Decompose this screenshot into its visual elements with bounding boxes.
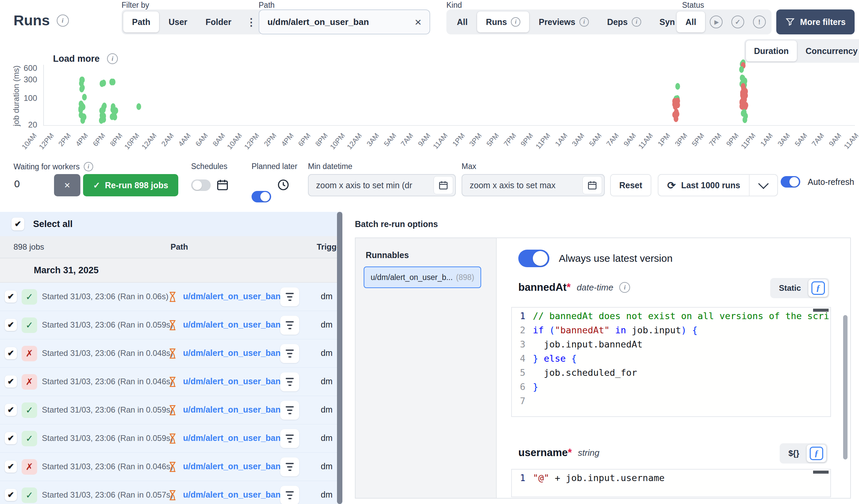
- job-row[interactable]: ✓ Started 31/03, 23:06 (Ran in 0.059s) u…: [0, 396, 342, 424]
- x-tick: 7PM: [502, 131, 518, 148]
- job-row[interactable]: ✗ Started 31/03, 23:06 (Ran in 0.048s) u…: [0, 340, 342, 368]
- planned-later-toggle[interactable]: [252, 191, 271, 202]
- job-path-link[interactable]: u/dm/alert_on_user_ban: [183, 320, 281, 330]
- row-checkbox[interactable]: [5, 347, 17, 359]
- filter-by-folder[interactable]: Folder: [197, 12, 240, 32]
- scatter-point-success: [80, 113, 85, 120]
- kind-label: Kind: [447, 1, 462, 10]
- reset-button[interactable]: Reset: [610, 174, 651, 196]
- job-path-link[interactable]: u/dm/alert_on_user_ban: [183, 461, 281, 471]
- row-checkbox[interactable]: [5, 432, 17, 444]
- job-path-link[interactable]: u/dm/alert_on_user_ban: [183, 433, 281, 443]
- function-mode-option[interactable]: [808, 279, 828, 297]
- scatter-point-success: [742, 85, 747, 92]
- job-row[interactable]: ✓ Started 31/03, 23:06 (Ran in 0.06s) u/…: [0, 283, 342, 311]
- x-tick: 7AM: [810, 131, 826, 148]
- filter-path-button[interactable]: [280, 373, 299, 391]
- job-row[interactable]: ✓ Started 31/03, 23:06 (Ran in 0.057s) u…: [0, 481, 342, 504]
- field-type: string: [578, 448, 600, 458]
- min-datetime-field[interactable]: zoom x axis to set min (dr: [308, 174, 456, 196]
- min-calendar-button[interactable]: [434, 176, 453, 194]
- max-calendar-button[interactable]: [583, 176, 602, 194]
- tab-duration[interactable]: Duration: [746, 41, 797, 61]
- max-datetime-field[interactable]: zoom x axis to set max: [462, 174, 605, 196]
- scatter-point-success: [739, 81, 744, 88]
- more-filters-button[interactable]: More filters: [776, 10, 855, 34]
- triggered-by: dm: [321, 292, 333, 301]
- status-tab-failure[interactable]: [749, 12, 770, 32]
- hourglass-icon: [168, 319, 177, 332]
- filter-path-button[interactable]: [280, 316, 299, 335]
- last-runs-button[interactable]: ⟳ Last 1000 runs: [659, 175, 749, 196]
- select-all-checkbox[interactable]: [12, 218, 24, 231]
- path-input[interactable]: [268, 17, 415, 27]
- job-row[interactable]: ✗ Started 31/03, 23:06 (Ran in 0.046s) u…: [0, 453, 342, 481]
- hourglass-icon: [168, 461, 177, 474]
- row-checkbox[interactable]: [5, 460, 17, 473]
- filter-by-user[interactable]: User: [160, 12, 196, 32]
- kind-tab-previews[interactable]: Previews: [530, 12, 597, 32]
- job-row[interactable]: ✗ Started 31/03, 23:06 (Ran in 0.046s) u…: [0, 368, 342, 396]
- kind-tab-deps[interactable]: Deps: [598, 12, 650, 32]
- scatter-point-failure: [741, 101, 745, 108]
- schedules-toggle[interactable]: [191, 179, 211, 191]
- load-more-button[interactable]: Load more: [53, 53, 118, 64]
- username-code-editor[interactable]: 1"@" + job.input.username: [511, 469, 831, 497]
- filter-path-button[interactable]: [280, 344, 299, 363]
- job-path-link[interactable]: u/dm/alert_on_user_ban: [183, 405, 281, 414]
- job-row[interactable]: ✓ Started 31/03, 23:06 (Ran in 0.059s) u…: [0, 311, 342, 340]
- panel-scrollbar[interactable]: [843, 315, 847, 459]
- x-tick: 3PM: [468, 131, 483, 148]
- status-tab-running[interactable]: [706, 12, 727, 32]
- function-mode-option[interactable]: [807, 445, 826, 462]
- runnable-item[interactable]: u/dm/alert_on_user_b... (898): [364, 267, 481, 288]
- runs-info-icon[interactable]: [57, 15, 69, 27]
- filter-path-button[interactable]: [280, 287, 299, 306]
- triggered-by: dm: [321, 377, 333, 386]
- triggered-by: dm: [321, 320, 333, 330]
- filter-path-button[interactable]: [280, 401, 299, 420]
- list-scrollbar[interactable]: [337, 212, 342, 504]
- scatter-point-failure: [739, 99, 744, 106]
- editor-scrollbar[interactable]: [813, 309, 829, 312]
- cancel-selection-button[interactable]: ×: [54, 174, 80, 196]
- x-tick: 4PM: [280, 131, 295, 148]
- kind-tab-runs[interactable]: Runs: [477, 12, 529, 32]
- status-tab-all[interactable]: All: [677, 12, 705, 32]
- triggered-by: dm: [321, 405, 333, 414]
- filter-path-button[interactable]: [280, 457, 299, 476]
- bannedat-code-editor[interactable]: 1// bannedAt does not exist on all versi…: [511, 307, 831, 417]
- row-checkbox[interactable]: [5, 376, 17, 388]
- latest-version-toggle[interactable]: [518, 250, 549, 267]
- filter-path-button[interactable]: [280, 429, 299, 448]
- tab-concurrency[interactable]: Concurrency: [798, 41, 859, 61]
- template-mode-option[interactable]: ${}: [781, 449, 807, 458]
- static-mode-option[interactable]: Static: [771, 283, 808, 293]
- job-path-link[interactable]: u/dm/alert_on_user_ban: [183, 490, 281, 500]
- row-checkbox[interactable]: [5, 404, 17, 416]
- scatter-point-success: [79, 100, 84, 107]
- auto-refresh-toggle[interactable]: [781, 176, 800, 188]
- scatter-point-failure: [739, 103, 744, 110]
- filter-path-button[interactable]: [280, 486, 299, 504]
- job-row[interactable]: ✓ Started 31/03, 23:06 (Ran in 0.059s) u…: [0, 424, 342, 453]
- job-path-link[interactable]: u/dm/alert_on_user_ban: [183, 292, 281, 301]
- last-runs-dropdown-button[interactable]: [749, 175, 777, 196]
- row-checkbox[interactable]: [5, 290, 17, 303]
- job-path-link[interactable]: u/dm/alert_on_user_ban: [183, 377, 281, 386]
- x-axis-ticks[interactable]: 10AM12PM2PM4PM6PM8PM10PM12AM2AM4AM6AM8AM…: [0, 129, 859, 160]
- kind-tab-all[interactable]: All: [448, 12, 477, 32]
- bannedat-info-icon[interactable]: [619, 282, 630, 293]
- scatter-point-success: [740, 75, 744, 81]
- filter-by-path[interactable]: Path: [123, 12, 159, 32]
- editor-scrollbar[interactable]: [813, 471, 829, 474]
- row-checkbox[interactable]: [5, 319, 17, 331]
- scatter-point-success: [101, 113, 106, 120]
- scatter-point-success: [109, 79, 114, 85]
- filter-by-label: Filter by: [122, 1, 149, 10]
- status-tab-success[interactable]: [727, 12, 748, 32]
- row-checkbox[interactable]: [5, 489, 17, 501]
- rerun-jobs-button[interactable]: ✓Re-run 898 jobs: [83, 174, 178, 196]
- job-path-link[interactable]: u/dm/alert_on_user_ban: [183, 348, 281, 358]
- clear-path-icon[interactable]: ×: [415, 16, 421, 28]
